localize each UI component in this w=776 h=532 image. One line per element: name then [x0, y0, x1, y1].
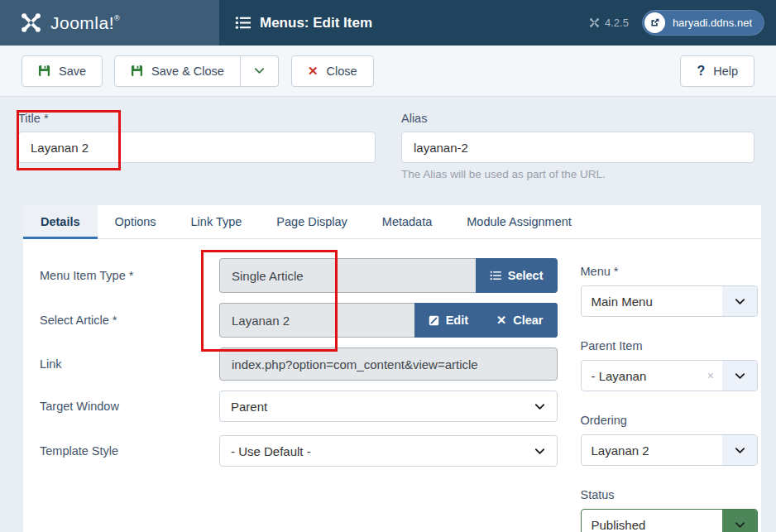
ordering-group: Ordering Layanan 2 — [581, 414, 758, 466]
template-style-label: Template Style — [40, 444, 219, 458]
link-label: Link — [40, 357, 219, 371]
site-label: haryadi.ddns.net — [665, 17, 762, 29]
link-value: index.php?option=com_content&view=articl… — [219, 347, 558, 381]
template-style-row: Template Style - Use Default - — [40, 435, 558, 467]
select-article-row: Select Article * Layanan 2 Edit — [40, 303, 558, 338]
external-link-icon — [644, 12, 665, 33]
header-main: Menus: Edit Item 4.2.5 — [219, 0, 776, 46]
edit-item-card: Details Options Link Type Page Display M… — [23, 205, 761, 532]
edit-article-button[interactable]: Edit — [414, 303, 482, 338]
help-icon: ? — [697, 64, 705, 79]
status-label: Status — [581, 488, 758, 501]
tab-link-type[interactable]: Link Type — [174, 205, 260, 239]
toolbar: Save Save & Close ✕ Close ? Help — [0, 46, 776, 97]
clear-article-button[interactable]: ✕ Clear — [482, 303, 557, 338]
page-heading: Menus: Edit Item — [235, 15, 372, 31]
tab-options[interactable]: Options — [98, 205, 174, 239]
version-badge: 4.2.5 — [589, 17, 629, 29]
clear-parent-icon[interactable]: × — [707, 361, 722, 391]
tab-details[interactable]: Details — [23, 205, 98, 239]
title-field-group: Title * — [18, 112, 376, 180]
save-icon — [38, 65, 50, 77]
menu-list-icon — [235, 15, 251, 31]
article-button-group: Edit ✕ Clear — [414, 303, 558, 338]
menu-label: Menu * — [581, 265, 758, 278]
help-button[interactable]: ? Help — [680, 55, 754, 87]
title-label: Title * — [18, 112, 376, 125]
page-title: Menus: Edit Item — [260, 15, 372, 31]
alias-input[interactable] — [401, 132, 754, 163]
title-alias-row: Title * Alias The Alias will be used as … — [0, 97, 776, 180]
joomla-version-icon — [589, 17, 600, 28]
alias-label: Alias — [401, 112, 754, 125]
alias-help-text: The Alias will be used as part of the UR… — [401, 168, 754, 180]
menu-item-type-value: Single Article — [219, 258, 476, 293]
version-label: 4.2.5 — [605, 17, 629, 29]
chevron-down-icon — [253, 65, 266, 77]
tab-metadata[interactable]: Metadata — [365, 205, 449, 239]
tab-bar: Details Options Link Type Page Display M… — [23, 205, 761, 239]
clear-icon: ✕ — [496, 314, 506, 327]
menu-group: Menu * Main Menu — [581, 265, 758, 317]
chevron-down-icon — [722, 435, 757, 465]
status-group: Status Published — [581, 488, 758, 532]
title-input[interactable] — [18, 132, 376, 163]
close-button[interactable]: ✕ Close — [291, 55, 374, 87]
template-style-select[interactable]: - Use Default - — [219, 435, 558, 467]
tab-page-display[interactable]: Page Display — [259, 205, 364, 239]
chevron-down-icon — [534, 400, 546, 413]
alias-field-group: Alias The Alias will be used as part of … — [401, 112, 754, 180]
edit-icon — [429, 315, 439, 326]
parent-item-group: Parent Item - Layanan × — [581, 339, 758, 391]
form-right-column: Menu * Main Menu Parent Item - Layanan × — [581, 258, 758, 532]
menu-item-type-row: Menu Item Type * Single Article — [40, 258, 558, 293]
select-menu-item-type-button[interactable]: Select — [476, 258, 558, 293]
status-select[interactable]: Published — [581, 509, 758, 532]
menu-item-type-label: Menu Item Type * — [40, 269, 219, 282]
target-window-label: Target Window — [40, 400, 219, 413]
save-button[interactable]: Save — [22, 55, 103, 87]
parent-item-select[interactable]: - Layanan × — [581, 360, 758, 391]
joomla-logo[interactable]: Joomla!® — [0, 0, 219, 46]
close-icon: ✕ — [308, 64, 319, 79]
parent-item-label: Parent Item — [581, 339, 758, 352]
tab-module-assignment[interactable]: Module Assignment — [449, 205, 589, 239]
form-left-column: Menu Item Type * Single Article — [40, 258, 558, 532]
target-window-select[interactable]: Parent — [219, 391, 558, 422]
link-row: Link index.php?option=com_content&view=a… — [40, 347, 558, 381]
save-icon — [131, 65, 143, 77]
ordering-label: Ordering — [581, 414, 758, 427]
chevron-down-icon — [534, 445, 546, 458]
header-right: 4.2.5 haryadi.ddns.net — [589, 10, 776, 36]
chevron-down-icon — [722, 510, 757, 532]
admin-header: Joomla!® Menus: Edit Item — [0, 0, 776, 46]
joomla-logo-icon — [20, 12, 42, 34]
select-list-icon — [490, 270, 501, 281]
select-article-label: Select Article * — [40, 314, 219, 327]
select-article-value: Layanan 2 — [219, 303, 414, 338]
ordering-select[interactable]: Layanan 2 — [581, 434, 758, 466]
target-window-row: Target Window Parent — [40, 391, 558, 422]
save-close-button[interactable]: Save & Close — [114, 55, 241, 87]
details-form: Menu Item Type * Single Article — [23, 239, 761, 532]
save-dropdown-toggle[interactable] — [241, 55, 279, 87]
menu-select[interactable]: Main Menu — [581, 285, 758, 317]
site-link[interactable]: haryadi.ddns.net — [642, 10, 764, 36]
chevron-down-icon — [722, 361, 757, 391]
save-close-split: Save & Close — [114, 55, 279, 87]
chevron-down-icon — [722, 286, 757, 316]
joomla-wordmark: Joomla!® — [50, 13, 120, 33]
